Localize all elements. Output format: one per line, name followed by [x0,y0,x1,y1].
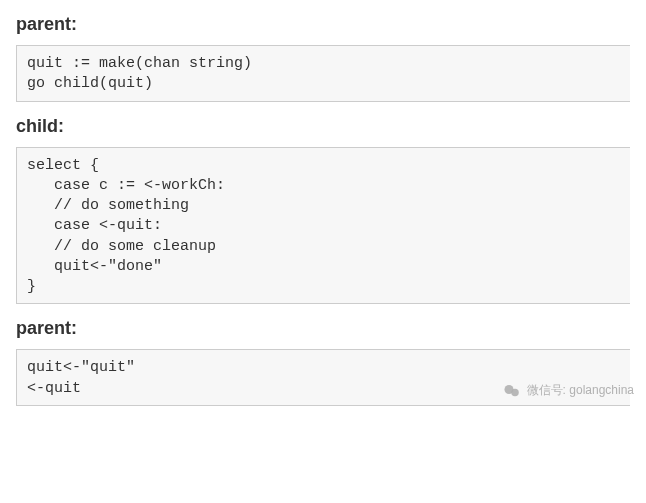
code-block: quit := make(chan string) go child(quit) [16,45,630,102]
section-heading: parent: [16,318,630,339]
watermark: 微信号: golangchina [503,382,634,400]
section-heading: parent: [16,14,630,35]
watermark-label: 微信号: golangchina [527,382,634,399]
svg-point-1 [511,389,519,397]
wechat-icon [503,382,521,400]
code-block: select { case c := <-workCh: // do somet… [16,147,630,305]
section-heading: child: [16,116,630,137]
